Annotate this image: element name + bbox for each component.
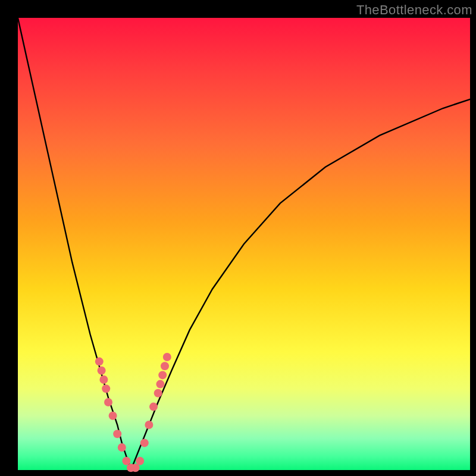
data-point [113, 430, 121, 438]
data-point [122, 457, 130, 465]
data-point [161, 362, 169, 370]
data-point [145, 421, 153, 429]
data-point [95, 358, 104, 366]
data-point [131, 464, 140, 472]
data-point [149, 403, 158, 411]
data-point [154, 389, 162, 397]
data-point [163, 353, 171, 361]
data-point [118, 443, 126, 452]
data-point [104, 398, 112, 406]
watermark-label: TheBottleneck.com [356, 2, 472, 18]
data-point [98, 367, 106, 375]
curve-layer [18, 18, 470, 470]
curve-path [18, 18, 470, 470]
bottleneck-curve [18, 18, 470, 470]
data-point [136, 457, 144, 465]
data-point [99, 375, 108, 384]
data-point [109, 412, 117, 420]
chart-frame: TheBottleneck.com [0, 0, 476, 476]
data-points [95, 353, 171, 472]
plot-area [18, 18, 470, 470]
data-point [156, 380, 164, 389]
data-point [140, 439, 149, 447]
data-point [102, 384, 110, 393]
data-point [158, 371, 167, 379]
